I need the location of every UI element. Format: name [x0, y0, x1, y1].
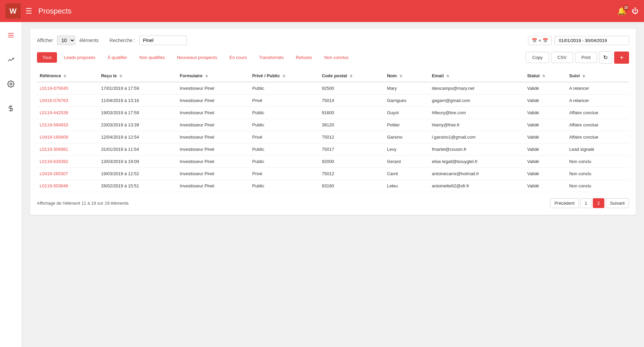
print-button[interactable]: Print — [575, 52, 597, 63]
cell-code-postal: 75014 — [319, 95, 384, 107]
sort-icon-prive: ⇅ — [282, 74, 285, 78]
col-suivi[interactable]: Suivi ⇅ — [566, 70, 629, 82]
tab-a-qualifier[interactable]: À qualifier — [102, 52, 133, 63]
cell-prive-public: Public — [250, 107, 319, 119]
cell-prive-public: Public — [250, 143, 319, 156]
cell-nom: Carré — [384, 168, 429, 180]
power-icon[interactable]: ⏻ — [632, 7, 639, 15]
csv-button[interactable]: CSV — [551, 52, 573, 63]
cell-code-postal: 75017 — [319, 143, 384, 156]
topbar: W ☰ Prospects 🔔 10 ⏻ — [0, 0, 644, 22]
search-input[interactable] — [139, 36, 187, 45]
pagination-precedent[interactable]: Précédent — [550, 198, 579, 208]
cell-reference: L0119-442539 — [37, 107, 98, 119]
recherche-label: Recherche : — [110, 38, 135, 43]
cell-statut: Validé — [524, 131, 566, 143]
table-row: L0419-078763 11/04/2019 à 13:16 Investis… — [37, 95, 629, 107]
tab-tous[interactable]: Tous — [37, 52, 57, 63]
elements-label: éléments — [79, 38, 99, 43]
refresh-button[interactable]: ↻ — [599, 51, 612, 64]
cell-formulaire: Investisseur Pinel — [177, 156, 250, 168]
pagination-page-2[interactable]: 2 — [593, 198, 604, 208]
cell-suivi: Non conclu — [566, 168, 629, 180]
col-nom[interactable]: Nom ⇅ — [384, 70, 429, 82]
cell-formulaire: Investisseur Pinel — [177, 95, 250, 107]
cell-statut: Validé — [524, 82, 566, 95]
tab-transformes[interactable]: Transformés — [254, 52, 289, 63]
col-email[interactable]: Email ⇅ — [429, 70, 525, 82]
cell-prive-public: Privé — [250, 131, 319, 143]
cell-email: antoinecarre@hotmail.fr — [429, 168, 525, 180]
reference-link[interactable]: L0119-594933 — [40, 122, 68, 127]
tab-nouveaux-prospects[interactable]: Nouveaux prospects — [172, 52, 223, 63]
reference-link[interactable]: L0119-628392 — [40, 159, 68, 164]
tab-non-conclus[interactable]: Non conclus — [319, 52, 354, 63]
sort-icon-email: ⇅ — [446, 74, 449, 78]
svg-rect-1 — [8, 35, 14, 36]
calendar-icon: 📅 — [532, 38, 537, 43]
layout: Afficher 10 25 50 éléments Recherche : 📅… — [0, 22, 644, 347]
reference-link[interactable]: L0419-078763 — [40, 98, 68, 103]
cell-nom: Guyot — [384, 107, 429, 119]
table-row: L0419-169409 12/04/2019 à 12:54 Investis… — [37, 131, 629, 143]
cell-suivi: Affaire conclue — [566, 107, 629, 119]
col-prive-public[interactable]: Privé / Public ⇅ — [250, 70, 319, 82]
tab-leads-proposes[interactable]: Leads proposés — [58, 52, 101, 63]
pagination-page-1[interactable]: 1 — [580, 198, 591, 208]
reference-link[interactable]: L0419-265307 — [40, 171, 68, 176]
add-button[interactable]: + — [614, 52, 629, 64]
cell-nom: Garsino — [384, 131, 429, 143]
main-content: Afficher 10 25 50 éléments Recherche : 📅… — [22, 22, 644, 347]
cell-formulaire: Investisseur Pinel — [177, 143, 250, 156]
cell-recu-le: 28/02/2019 à 15:51 — [98, 180, 177, 192]
sidebar-item-finance[interactable] — [4, 102, 17, 117]
cell-reference: L0419-265307 — [37, 168, 98, 180]
cell-reference: L0119-628392 — [37, 156, 98, 168]
col-recu-le[interactable]: Reçu le ⇅ — [98, 70, 177, 82]
cell-prive-public: Public — [250, 119, 319, 131]
reference-link[interactable]: L0119-075045 — [40, 86, 68, 91]
pagination-suivant[interactable]: Suivant — [606, 198, 629, 208]
menu-icon[interactable]: ☰ — [25, 7, 32, 16]
cell-recu-le: 12/04/2019 à 12:54 — [98, 131, 177, 143]
cell-nom: Mary — [384, 82, 429, 95]
cell-code-postal: 91600 — [319, 107, 384, 119]
reference-link[interactable]: L0119-306981 — [40, 147, 68, 152]
cell-statut: Validé — [524, 156, 566, 168]
cell-email: fmartel@cousin.fr — [429, 143, 525, 156]
reference-link[interactable]: L0119-442539 — [40, 110, 68, 115]
col-formulaire[interactable]: Formulaire ⇅ — [177, 70, 250, 82]
sidebar-item-chart[interactable] — [4, 53, 17, 68]
cell-reference: L0119-075045 — [37, 82, 98, 95]
cell-nom: Garrigues — [384, 95, 429, 107]
date-range-input[interactable] — [554, 36, 629, 45]
date-range-button[interactable]: 📅 < 📅 — [528, 36, 552, 45]
sidebar-item-list[interactable] — [4, 29, 17, 44]
afficher-select[interactable]: 10 25 50 — [57, 36, 75, 45]
bell-icon[interactable]: 🔔 10 — [617, 7, 626, 16]
svg-point-3 — [10, 83, 12, 85]
col-statut[interactable]: Statut ⇅ — [524, 70, 566, 82]
tab-refuses[interactable]: Refusés — [290, 52, 317, 63]
reference-link[interactable]: L0419-169409 — [40, 135, 68, 140]
tab-non-qualifies[interactable]: Non qualifiés — [134, 52, 170, 63]
cell-suivi: Non conclu — [566, 180, 629, 192]
logo: W — [5, 3, 21, 19]
reference-link[interactable]: L0119-503846 — [40, 183, 68, 188]
cell-email: gagarri@gmail.com — [429, 95, 525, 107]
col-reference[interactable]: Référence ⇅ — [37, 70, 98, 82]
cell-email: elise.legall@bouygtel.fr — [429, 156, 525, 168]
col-code-postal[interactable]: Code postal ⇅ — [319, 70, 384, 82]
copy-button[interactable]: Copy — [526, 52, 549, 63]
cell-suivi: A relancer — [566, 95, 629, 107]
cell-suivi: Lead signalé — [566, 143, 629, 156]
cell-suivi: A relancer — [566, 82, 629, 95]
sort-icon-suivi: ⇅ — [582, 74, 585, 78]
cell-email: hlamy@free.fr — [429, 119, 525, 131]
cell-statut: Validé — [524, 143, 566, 156]
sidebar-item-settings[interactable] — [4, 78, 17, 93]
cell-prive-public: Public — [250, 82, 319, 95]
tab-en-cours[interactable]: En cours — [224, 52, 252, 63]
filter-tabs: Tous Leads proposés À qualifier Non qual… — [37, 51, 629, 64]
cell-prive-public: Public — [250, 156, 319, 168]
